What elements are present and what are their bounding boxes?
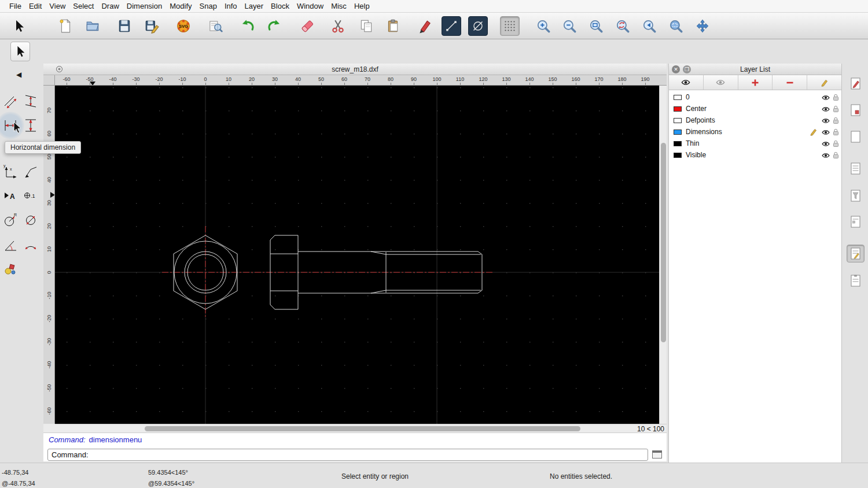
panel-float-icon[interactable]: ❐	[683, 65, 691, 73]
menu-item-view[interactable]: View	[49, 2, 65, 10]
vertical-scrollbar[interactable]	[659, 86, 667, 424]
layer-visibility-eye-icon[interactable]	[822, 141, 830, 149]
menu-item-window[interactable]: Window	[297, 2, 323, 10]
drawing-canvas[interactable]	[55, 86, 659, 424]
menu-item-snap[interactable]: Snap	[200, 2, 217, 10]
show-all-layers-button[interactable]	[669, 75, 704, 90]
zoom-out-button[interactable]	[560, 16, 579, 36]
layer-lock-icon[interactable]	[833, 128, 839, 138]
dock-toggle-blocks-button[interactable]	[847, 101, 865, 119]
horizontal-scrollbar[interactable]: 10 < 100	[55, 424, 667, 432]
layer-color-swatch[interactable]	[674, 118, 682, 123]
modify-layer-button[interactable]	[807, 75, 841, 90]
angular-dimension-button[interactable]	[1, 234, 20, 257]
layer-row[interactable]: Visible	[669, 149, 841, 161]
tolerance-button[interactable]: .1	[21, 184, 40, 207]
zoom-window-button[interactable]	[666, 16, 686, 36]
layer-color-swatch[interactable]	[674, 130, 682, 135]
dock-toggle-filter-button[interactable]	[847, 187, 865, 205]
layer-color-swatch[interactable]	[674, 153, 682, 158]
dimension-options-button[interactable]	[1, 258, 20, 281]
layer-color-swatch[interactable]	[674, 95, 682, 100]
vertical-dimension-button[interactable]	[21, 114, 40, 137]
arc-dimension-button[interactable]	[21, 234, 40, 257]
diametric-dimension-button[interactable]	[21, 209, 40, 232]
circle-tool-button[interactable]	[468, 16, 488, 36]
save-as-button[interactable]	[142, 16, 161, 36]
layer-row[interactable]: 0	[669, 91, 841, 103]
dock-toggle-list-button[interactable]	[847, 160, 865, 178]
print-preview-button[interactable]	[205, 16, 225, 36]
layer-lock-icon[interactable]	[833, 151, 839, 161]
remove-layer-button[interactable]	[773, 75, 807, 90]
zoom-pan-button[interactable]	[693, 16, 712, 36]
layer-lock-icon[interactable]	[833, 105, 839, 114]
layer-visibility-eye-icon[interactable]	[822, 117, 830, 125]
leader-button[interactable]	[21, 160, 40, 183]
layer-lock-icon[interactable]	[833, 117, 839, 126]
menu-item-select[interactable]: Select	[73, 2, 94, 10]
layer-color-swatch[interactable]	[674, 141, 682, 146]
copy-button[interactable]	[356, 16, 376, 36]
dock-toggle-sheet-button[interactable]	[847, 128, 865, 146]
zoom-redraw-button[interactable]	[613, 16, 632, 36]
layer-color-swatch[interactable]	[674, 106, 682, 112]
vertical-scroll-thumb[interactable]	[661, 143, 666, 342]
radial-dimension-button[interactable]: R	[1, 209, 20, 232]
menu-item-draw[interactable]: Draw	[101, 2, 119, 10]
dock-toggle-library-button[interactable]	[847, 75, 865, 93]
paste-button[interactable]	[383, 16, 403, 36]
export-svg-button[interactable]: SVG	[174, 16, 193, 36]
zoom-auto-button[interactable]	[586, 16, 606, 36]
palette-collapse-arrow[interactable]: ◀	[16, 71, 21, 79]
dock-toggle-command-button[interactable]	[847, 245, 865, 263]
menu-item-info[interactable]: Info	[225, 2, 237, 10]
line-tool-button[interactable]	[442, 16, 461, 36]
menu-item-layer[interactable]: Layer	[245, 2, 264, 10]
panel-close-icon[interactable]: ✕	[672, 65, 680, 73]
layer-row[interactable]: Center	[669, 103, 841, 114]
menu-item-help[interactable]: Help	[354, 2, 370, 10]
layer-name: Visible	[686, 151, 706, 159]
linear-dimension-button[interactable]	[21, 90, 40, 113]
menu-item-misc[interactable]: Misc	[331, 2, 347, 10]
text-dimension-button[interactable]: A	[1, 184, 20, 207]
document-titlebar[interactable]: screw_m18.dxf	[43, 64, 667, 75]
menu-item-edit[interactable]: Edit	[29, 2, 42, 10]
add-layer-button[interactable]	[738, 75, 773, 90]
select-tool-button[interactable]	[9, 16, 29, 36]
layer-visibility-eye-icon[interactable]	[822, 106, 830, 114]
layer-row[interactable]: Thin	[669, 138, 841, 149]
layer-visibility-eye-icon[interactable]	[822, 129, 830, 137]
layer-lock-icon[interactable]	[833, 94, 839, 103]
menu-item-file[interactable]: File	[9, 2, 21, 10]
layer-visibility-eye-icon[interactable]	[822, 94, 830, 102]
layer-lock-icon[interactable]	[833, 140, 839, 149]
cut-button[interactable]	[328, 16, 348, 36]
command-input[interactable]: Command:	[47, 449, 648, 461]
layer-row-current[interactable]: Dimensions	[669, 126, 841, 138]
hide-all-layers-button[interactable]	[704, 75, 738, 90]
delete-button[interactable]	[297, 16, 317, 36]
dock-toggle-clipboard-button[interactable]	[847, 272, 865, 290]
redo-button[interactable]	[264, 16, 284, 36]
new-document-button[interactable]	[56, 16, 75, 36]
undo-button[interactable]	[238, 16, 258, 36]
aligned-dimension-button[interactable]	[1, 90, 20, 113]
open-document-button[interactable]	[83, 16, 102, 36]
horizontal-scroll-thumb[interactable]	[145, 426, 580, 431]
layer-row[interactable]: Defpoints	[669, 114, 841, 126]
ordinate-dimension-button[interactable]: yx	[1, 160, 20, 183]
console-detach-button[interactable]	[652, 450, 662, 459]
zoom-previous-button[interactable]	[639, 16, 659, 36]
pen-button[interactable]	[415, 16, 435, 36]
selection-tool-button[interactable]	[10, 42, 30, 61]
grid-toggle-button[interactable]	[500, 16, 520, 36]
menu-item-block[interactable]: Block	[271, 2, 289, 10]
save-document-button[interactable]	[115, 16, 134, 36]
layer-visibility-eye-icon[interactable]	[822, 152, 830, 160]
zoom-in-button[interactable]	[534, 16, 553, 36]
menu-item-dimension[interactable]: Dimension	[127, 2, 162, 10]
dock-toggle-properties-button[interactable]	[847, 213, 865, 231]
menu-item-modify[interactable]: Modify	[170, 2, 192, 10]
